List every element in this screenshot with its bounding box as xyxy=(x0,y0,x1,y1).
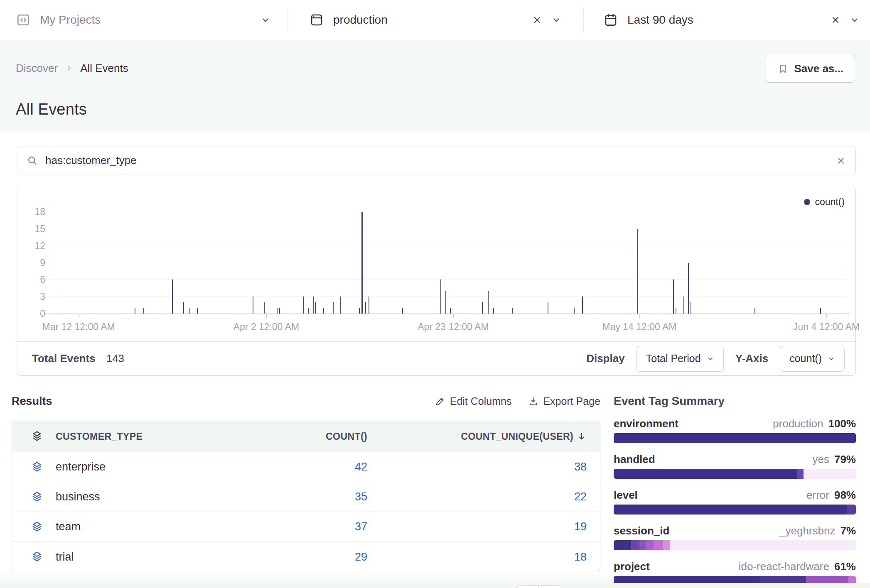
chart-bar xyxy=(691,302,691,314)
tag-bar-segment[interactable] xyxy=(804,469,856,479)
chart-bar xyxy=(264,302,265,314)
chart-bar xyxy=(359,308,360,314)
table-row[interactable]: team 37 19 xyxy=(12,512,600,542)
cell-count[interactable]: 37 xyxy=(245,520,367,533)
chart-bar xyxy=(440,279,441,314)
total-events-value: 143 xyxy=(106,352,124,365)
tag-bar-segment[interactable] xyxy=(614,505,847,514)
chart-plot-area: Mar 12 12:00 AMApr 2 12:00 AMApr 23 12:0… xyxy=(48,212,847,314)
tag-bar-segment[interactable] xyxy=(631,540,639,550)
cell-count[interactable]: 35 xyxy=(245,490,367,503)
chevron-down-icon xyxy=(707,355,714,363)
stack-icon xyxy=(31,521,56,533)
y-axis-dropdown[interactable]: count() xyxy=(780,346,845,372)
tag-bar-segment[interactable] xyxy=(670,540,856,550)
chevron-down-icon[interactable] xyxy=(260,15,271,25)
edit-columns-label: Edit Columns xyxy=(450,395,512,407)
chart-bar xyxy=(369,296,369,314)
date-range-picker[interactable]: Last 90 days xyxy=(584,0,870,40)
cell-count-unique[interactable]: 19 xyxy=(367,520,587,533)
table-row[interactable]: business 35 22 xyxy=(12,482,600,512)
x-tick xyxy=(266,314,267,318)
export-page-button[interactable]: Export Page xyxy=(528,395,600,407)
column-header-count-unique[interactable]: COUNT_UNIQUE(USER) xyxy=(367,431,587,442)
tag-top-value: ido-react-hardware xyxy=(739,560,829,573)
cell-count-unique[interactable]: 38 xyxy=(367,461,587,473)
clear-environment-icon[interactable] xyxy=(532,15,543,25)
project-picker[interactable]: My Projects xyxy=(0,0,288,40)
tag-top-value: production xyxy=(773,417,823,430)
chevron-down-icon[interactable] xyxy=(551,15,562,25)
chart-legend[interactable]: count() xyxy=(804,196,845,208)
next-page-button[interactable] xyxy=(539,586,561,588)
chart-bar xyxy=(333,302,334,314)
chart-bar xyxy=(135,308,135,314)
pagination xyxy=(516,586,600,588)
chart-bar xyxy=(754,308,755,314)
tag-bar-segment[interactable] xyxy=(614,433,856,443)
y-tick-label: 18 xyxy=(20,207,45,216)
tag-name: level xyxy=(614,489,638,502)
tag-bar-segment[interactable] xyxy=(847,505,856,514)
x-tick-label: May 14 12:00 AM xyxy=(602,321,677,333)
breadcrumb-discover[interactable]: Discover xyxy=(16,62,58,75)
previous-page-button[interactable] xyxy=(516,586,539,588)
y-tick-label: 9 xyxy=(20,258,45,267)
cell-count-unique[interactable]: 18 xyxy=(367,551,587,564)
chart-bar xyxy=(303,296,304,314)
page-header: Discover All Events Save as... All Event… xyxy=(0,40,870,133)
chart-bar xyxy=(683,296,684,314)
chevron-down-icon xyxy=(828,355,835,363)
bookmark-icon xyxy=(777,63,789,74)
chart-bar xyxy=(445,291,446,314)
page-title: All Events xyxy=(16,100,854,118)
tag-bar-segment[interactable] xyxy=(614,540,631,550)
column-header-count[interactable]: COUNT() xyxy=(245,431,367,442)
tag-top-value: yes xyxy=(812,453,829,466)
clear-date-icon[interactable] xyxy=(830,15,841,25)
tag-distribution-bar xyxy=(614,505,856,514)
display-dropdown[interactable]: Total Period xyxy=(637,346,724,372)
tag-bar-segment[interactable] xyxy=(654,540,664,550)
tag-summary-heading: Event Tag Summary xyxy=(614,392,856,410)
tag-bar-segment[interactable] xyxy=(663,540,670,550)
pencil-icon xyxy=(435,396,445,407)
table-row[interactable]: trial 29 18 xyxy=(12,542,600,572)
chart-bar xyxy=(688,263,689,314)
x-tick xyxy=(79,314,79,318)
tag-bar-segment[interactable] xyxy=(639,540,646,550)
chart-bar xyxy=(143,308,144,314)
cell-count[interactable]: 29 xyxy=(245,551,367,564)
save-as-button[interactable]: Save as... xyxy=(766,55,855,83)
results-table: CUSTOMER_TYPE COUNT() COUNT_UNIQUE(USER)… xyxy=(12,421,600,572)
chart-bar xyxy=(315,302,316,314)
tag-bar-segment[interactable] xyxy=(646,540,654,550)
search-bar xyxy=(17,147,856,174)
table-row[interactable]: enterprise 42 38 xyxy=(12,452,600,482)
clear-search-icon[interactable] xyxy=(836,155,846,166)
cell-count-unique[interactable]: 22 xyxy=(367,490,587,503)
y-tick-label: 15 xyxy=(20,224,45,233)
chevron-down-icon[interactable] xyxy=(849,15,860,25)
chart-bar xyxy=(172,279,173,314)
column-header-customer-type[interactable]: CUSTOMER_TYPE xyxy=(56,431,245,442)
tag-bar-segment[interactable] xyxy=(797,469,804,479)
table-header-row: CUSTOMER_TYPE COUNT() COUNT_UNIQUE(USER) xyxy=(12,421,600,452)
cell-count[interactable]: 42 xyxy=(245,461,367,473)
tag-top-value: _yeghrsbnz xyxy=(779,524,835,537)
tag-top-percent: 61% xyxy=(834,560,856,573)
chart-bar xyxy=(277,308,278,314)
tag-top-percent: 100% xyxy=(828,417,856,430)
environment-picker[interactable]: production xyxy=(288,0,583,40)
search-input[interactable] xyxy=(45,154,836,167)
tag-top-percent: 7% xyxy=(840,524,856,537)
edit-columns-button[interactable]: Edit Columns xyxy=(435,395,512,407)
chart-bar xyxy=(582,296,583,314)
tag-name: environment xyxy=(614,417,678,430)
date-range-label: Last 90 days xyxy=(627,13,693,27)
stack-icon xyxy=(31,491,56,503)
x-tick-label: Apr 2 12:00 AM xyxy=(233,321,300,333)
chart-bar xyxy=(253,296,253,314)
tag-bar-segment[interactable] xyxy=(614,469,797,479)
chart-bar xyxy=(197,308,198,314)
